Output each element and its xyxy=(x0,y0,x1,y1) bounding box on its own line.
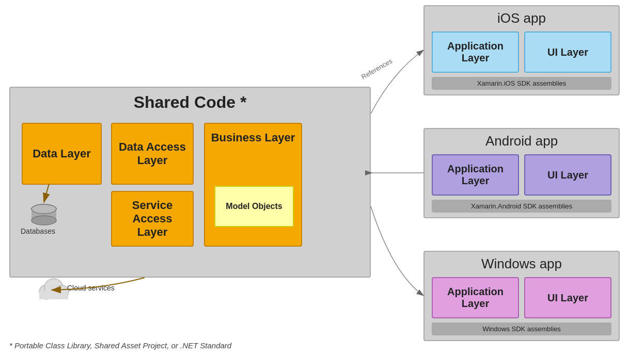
windows-app-box: Windows app Application Layer UI Layer W… xyxy=(423,251,620,341)
android-application-layer: Application Layer xyxy=(432,154,519,196)
windows-app-title: Windows app xyxy=(425,252,619,275)
model-objects-box: Model Objects xyxy=(214,186,294,227)
databases-label: Databases xyxy=(21,227,55,235)
ios-layers-row: Application Layer UI Layer xyxy=(425,31,619,73)
data-access-layer-box: Data Access Layer xyxy=(111,123,194,185)
android-app-box: Android app Application Layer UI Layer X… xyxy=(423,128,620,218)
ios-ui-layer: UI Layer xyxy=(524,31,611,73)
svg-text:References: References xyxy=(360,57,394,80)
ios-sdk-bar: Xamarin.iOS SDK assemblies xyxy=(432,77,611,90)
cloud-services-label: Cloud services xyxy=(67,284,115,292)
windows-ui-layer: UI Layer xyxy=(524,277,611,318)
ios-app-box: iOS app Application Layer UI Layer Xamar… xyxy=(423,5,620,95)
business-layer-box: Business Layer Model Objects xyxy=(204,123,302,247)
windows-sdk-bar: Windows SDK assemblies xyxy=(432,322,611,335)
database-icon xyxy=(30,204,58,229)
svg-rect-8 xyxy=(40,292,67,299)
ios-application-layer: Application Layer xyxy=(432,31,519,73)
svg-point-2 xyxy=(32,216,56,225)
shared-code-title: Shared Code * xyxy=(134,93,247,112)
android-app-title: Android app xyxy=(425,129,619,152)
android-sdk-bar: Xamarin.Android SDK assemblies xyxy=(432,200,611,213)
android-layers-row: Application Layer UI Layer xyxy=(425,154,619,196)
android-ui-layer: UI Layer xyxy=(524,154,611,196)
windows-layers-row: Application Layer UI Layer xyxy=(425,277,619,318)
windows-application-layer: Application Layer xyxy=(432,277,519,318)
diagram-container: Shared Code * Data Layer Data Access Lay… xyxy=(0,0,644,355)
shared-code-box: Shared Code * Data Layer Data Access Lay… xyxy=(9,87,371,278)
ios-app-title: iOS app xyxy=(425,6,619,29)
footer-note: * Portable Class Library, Shared Asset P… xyxy=(9,341,231,350)
data-layer-box: Data Layer xyxy=(22,123,102,185)
svg-point-3 xyxy=(32,204,56,214)
service-access-layer-box: Service Access Layer xyxy=(111,191,194,247)
